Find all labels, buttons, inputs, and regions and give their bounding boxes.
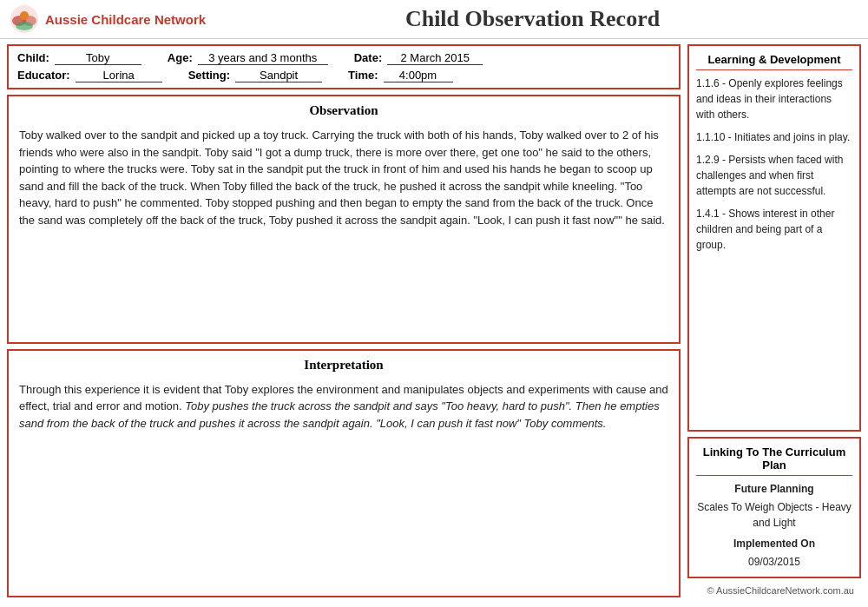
learning-title: Learning & Development [696, 53, 852, 70]
observation-box: Observation Toby walked over to the sand… [7, 95, 681, 344]
age-field: Age: 3 years and 3 months [168, 51, 328, 65]
child-field: Child: Toby [17, 51, 141, 65]
future-planning-value: Scales To Weigh Objects - Heavy and Ligh… [696, 499, 852, 531]
time-label: Time: [348, 69, 378, 82]
age-value: 3 years and 3 months [198, 51, 328, 65]
learning-items: 1.1.6 - Openly explores feelings and ide… [696, 76, 852, 253]
svg-point-4 [16, 22, 33, 30]
time-field: Time: 4:00pm [348, 69, 452, 82]
date-field: Date: 2 March 2015 [354, 51, 483, 65]
right-panel: Learning & Development 1.1.6 - Openly ex… [687, 44, 861, 597]
info-row: Child: Toby Age: 3 years and 3 months Da… [7, 44, 681, 89]
setting-field: Setting: Sandpit [188, 69, 322, 82]
left-panel: Child: Toby Age: 3 years and 3 months Da… [7, 44, 681, 597]
svg-point-3 [20, 11, 29, 20]
curriculum-box: Linking To The Curriculum Plan Future Pl… [687, 437, 861, 578]
logo-text: Aussie Childcare Network [45, 12, 206, 27]
interpretation-title: Interpretation [19, 358, 668, 373]
footer: © AussieChildcareNetwork.com.au [687, 584, 861, 597]
curriculum-content: Future Planning Scales To Weigh Objects … [696, 481, 852, 570]
learning-item-2: 1.1.10 - Initiates and joins in play. [696, 129, 852, 145]
setting-value: Sandpit [235, 69, 322, 82]
child-label: Child: [17, 51, 49, 64]
page-title: Child Observation Record [206, 6, 859, 32]
info-group-2: Educator: Lorina Setting: Sandpit Time: … [17, 69, 670, 82]
child-value: Toby [55, 51, 141, 65]
learning-item-1: 1.1.6 - Openly explores feelings and ide… [696, 76, 852, 122]
educator-field: Educator: Lorina [17, 69, 162, 82]
educator-value: Lorina [76, 69, 162, 82]
learning-item-3: 1.2.9 - Persists when faced with challen… [696, 152, 852, 199]
main-content: Child: Toby Age: 3 years and 3 months Da… [0, 39, 868, 603]
logo-area: Aussie Childcare Network [9, 3, 206, 35]
curriculum-title: Linking To The Curriculum Plan [696, 445, 852, 476]
logo-icon [9, 3, 40, 35]
educator-label: Educator: [17, 69, 70, 82]
future-planning-label: Future Planning [696, 481, 852, 497]
learning-item-4: 1.4.1 - Shows interest in other children… [696, 206, 852, 253]
date-value: 2 March 2015 [387, 51, 483, 65]
age-label: Age: [168, 51, 193, 64]
observation-title: Observation [19, 103, 668, 118]
observation-text: Toby walked over to the sandpit and pick… [19, 127, 668, 228]
header: Aussie Childcare Network Child Observati… [0, 0, 868, 39]
implemented-label: Implemented On [696, 536, 852, 551]
learning-box: Learning & Development 1.1.6 - Openly ex… [687, 44, 861, 432]
date-label: Date: [354, 51, 383, 64]
setting-label: Setting: [188, 69, 230, 82]
interpretation-text: Through this experience it is evident th… [19, 381, 668, 432]
info-group-1: Child: Toby Age: 3 years and 3 months Da… [17, 51, 670, 65]
implemented-value: 09/03/2015 [696, 554, 852, 570]
interpretation-box: Interpretation Through this experience i… [7, 349, 681, 598]
time-value: 4:00pm [384, 69, 453, 82]
